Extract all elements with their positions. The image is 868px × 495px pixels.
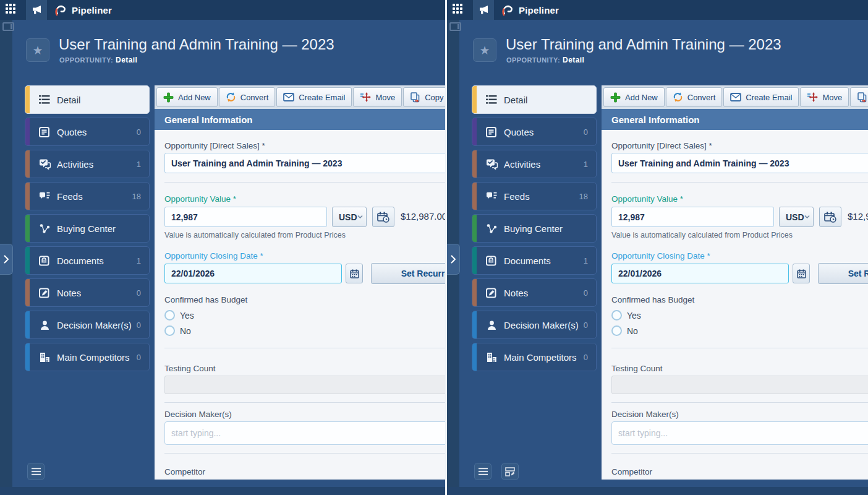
budget-no-radio[interactable] (611, 325, 622, 336)
decision-makers-input[interactable] (611, 421, 868, 445)
toolbar-button-label: Move (822, 93, 842, 102)
pipeliner-logo-icon (53, 3, 67, 17)
sidebar-tab[interactable]: Activities 1 (25, 150, 150, 178)
currency-select[interactable]: USD (332, 207, 367, 227)
budget-yes-radio[interactable] (164, 310, 175, 321)
sidebar-tab[interactable]: Documents 1 (472, 246, 597, 275)
toolbar-button-label: Move (375, 93, 395, 102)
toolbar-button[interactable]: Copy (403, 87, 445, 107)
pipeliner-logo[interactable]: Pipeliner (53, 3, 112, 17)
currency-value: USD (786, 212, 804, 222)
sidebar-tab[interactable]: Detail (25, 85, 150, 114)
tab-color-stripe (472, 311, 477, 338)
set-recurrence-button[interactable]: Set Recurrence (371, 263, 445, 284)
move-arrows-icon (807, 92, 818, 102)
currency-select[interactable]: USD (779, 207, 814, 227)
opportunity-name-input[interactable] (164, 153, 445, 173)
toolbar-button[interactable]: Add New (156, 87, 218, 107)
opportunity-value-input[interactable] (164, 207, 327, 227)
sidebar-menu-button[interactable] (474, 463, 491, 480)
announcements-button[interactable] (473, 0, 494, 20)
tab-color-stripe (25, 343, 30, 371)
divider (164, 453, 445, 454)
sidebar-expander[interactable] (447, 244, 460, 275)
sidebar-tabs: Detail Quotes 0 (25, 85, 150, 375)
sidebar-tab[interactable]: Feeds 18 (472, 182, 597, 210)
exchange-rate-button[interactable] (819, 207, 841, 227)
quotes-document-icon (39, 127, 50, 137)
feeds-icon (486, 192, 498, 201)
formatted-value: $12,987.00 (401, 211, 445, 222)
opportunity-name-label: Opportunity [Direct Sales] * (611, 141, 712, 150)
buying-center-orgchart-icon (486, 223, 498, 234)
tab-color-stripe (472, 215, 477, 242)
budget-yes-radio[interactable] (611, 310, 622, 321)
entity-type-label: OPPORTUNITY: (506, 56, 560, 64)
opportunity-name-input[interactable] (611, 153, 868, 173)
favorite-star-button[interactable]: ★ (473, 38, 496, 62)
sidebar-tab[interactable]: Quotes 0 (25, 118, 150, 146)
toolbar-button[interactable]: Convert (219, 87, 276, 107)
sidebar-expander[interactable] (0, 244, 13, 275)
toolbar-button-label: Create Email (746, 93, 792, 102)
sidebar-tab[interactable]: Main Competitors 0 (472, 343, 597, 371)
favorite-star-button[interactable]: ★ (26, 38, 49, 62)
sidebar-tab[interactable]: Feeds 18 (25, 182, 150, 210)
layout-edit-button[interactable] (501, 463, 519, 480)
budget-no-radio[interactable] (164, 325, 175, 336)
apps-grid-icon[interactable] (6, 4, 18, 16)
sidebar-tab[interactable]: Main Competitors 0 (25, 343, 150, 371)
view-label: Detail (116, 56, 137, 64)
divider (611, 402, 868, 403)
sidebar-tab[interactable]: Activities 1 (472, 150, 597, 178)
budget-yes-label: Yes (627, 311, 641, 321)
toolbar-button[interactable]: Create Email (723, 87, 799, 107)
toolbar-button[interactable]: Move (800, 87, 849, 107)
sidebar-tab-count: 0 (584, 353, 588, 362)
announcements-button[interactable] (26, 0, 47, 20)
toolbar-button[interactable]: Add New (603, 87, 665, 107)
sidebar-tab-label: Quotes (504, 127, 534, 137)
sidebar-tab[interactable]: Notes 0 (25, 278, 150, 307)
sidebar-tab-label: Activities (57, 159, 93, 170)
tab-color-stripe (472, 118, 477, 145)
sidebar-tab[interactable]: Detail (472, 85, 597, 114)
calendar-button[interactable] (346, 264, 363, 283)
opportunity-value-label: Opportunity Value * (611, 194, 683, 204)
collapse-panel-icon[interactable] (2, 22, 14, 31)
toolbar-button-label: Convert (687, 93, 716, 102)
tab-color-stripe (472, 279, 477, 306)
sidebar-tab-count: 1 (137, 160, 141, 169)
sidebar-tab[interactable]: Quotes 0 (472, 118, 597, 146)
sidebar-tab[interactable]: Decision Maker(s) 0 (472, 311, 597, 339)
set-recurrence-button[interactable]: Set Recurrence (818, 263, 868, 284)
activities-check-bubble-icon (486, 159, 498, 170)
sidebar-tab-count: 0 (137, 353, 141, 362)
calendar-button[interactable] (793, 264, 810, 283)
testing-count-label: Testing Count (164, 364, 216, 373)
closing-date-input[interactable] (164, 264, 342, 283)
toolbar-button[interactable]: Create Email (276, 87, 352, 107)
tab-color-stripe (472, 86, 477, 113)
pipeliner-logo[interactable]: Pipeliner (500, 3, 559, 17)
sidebar-tab[interactable]: Buying Center (472, 214, 597, 243)
toolbar-button[interactable]: Move (353, 87, 402, 107)
sidebar-tab-label: Notes (504, 288, 528, 298)
closing-date-input[interactable] (611, 264, 789, 283)
apps-grid-icon[interactable] (453, 4, 465, 16)
sidebar-tab[interactable]: Buying Center (25, 214, 150, 243)
sidebar-menu-button[interactable] (27, 463, 45, 480)
opportunity-value-input[interactable] (611, 207, 774, 227)
collapse-panel-icon[interactable] (449, 22, 461, 31)
toolbar-button[interactable]: Convert (666, 87, 723, 107)
detail-list-icon (486, 95, 497, 105)
sidebar-tab[interactable]: Documents 1 (25, 246, 150, 275)
sidebar-tab[interactable]: Notes 0 (472, 278, 597, 307)
top-bar: Pipeliner (447, 0, 868, 20)
decision-makers-input[interactable] (164, 421, 445, 445)
sidebar-tab[interactable]: Decision Maker(s) 0 (25, 311, 150, 339)
section-header: General Information (602, 109, 868, 130)
toolbar-button[interactable]: Copy (850, 87, 868, 107)
person-icon (487, 320, 497, 330)
exchange-rate-button[interactable] (372, 207, 394, 227)
